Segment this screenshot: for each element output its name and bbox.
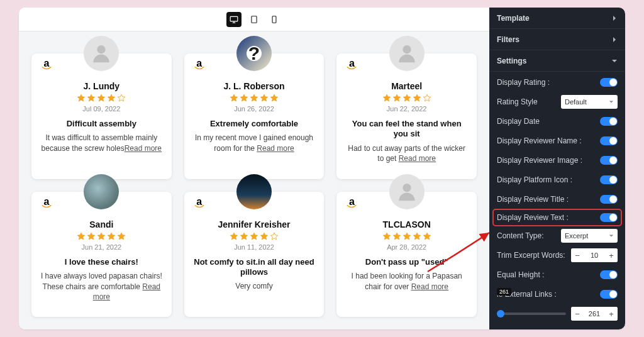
- tooltip-badge: 261: [497, 288, 511, 296]
- read-more-link[interactable]: Read more: [399, 154, 436, 163]
- toggle-display-platform-icon[interactable]: [600, 175, 618, 184]
- review-card: a J. Lundy Jul 09, 2022 Difficult assemb…: [31, 53, 172, 179]
- read-more-link[interactable]: Read more: [93, 282, 160, 302]
- review-text: Had to cut away parts of the wicker to g…: [345, 143, 468, 165]
- reviewer-avatar: [84, 36, 119, 71]
- chevron-right-icon: [611, 15, 618, 21]
- chevron-down-icon: [609, 99, 614, 104]
- review-card: a ? J. L. Roberson Jun 26, 2022 Extremel…: [184, 53, 325, 179]
- stepper-value[interactable]: [584, 248, 605, 262]
- review-text: I have always loved papasan chairs! Thes…: [40, 271, 163, 302]
- row-external-links: le External Links :: [497, 287, 618, 301]
- reviewer-avatar: [389, 36, 425, 71]
- desktop-icon: [230, 15, 238, 24]
- mobile-icon: [270, 15, 279, 24]
- reviewer-avatar: [236, 174, 272, 209]
- review-date: Jun 26, 2022: [234, 105, 274, 113]
- toggle-display-reviewer-name[interactable]: [600, 136, 618, 145]
- amazon-icon: a: [40, 198, 53, 211]
- review-title: I love these chairs!: [65, 257, 138, 267]
- review-text: It was difficult to assemble mainly beca…: [40, 133, 163, 154]
- settings-sidebar: Template Filters Settings Display Rating…: [489, 8, 625, 329]
- row-display-reviewer-name: Display Reviewer Name :: [497, 134, 618, 148]
- reviewer-name: Jennifer Kreisher: [218, 219, 290, 229]
- section-filters[interactable]: Filters: [489, 29, 625, 50]
- device-mobile-button[interactable]: [267, 12, 282, 27]
- reviewer-name: TLCLASON: [383, 219, 431, 229]
- svg-point-5: [402, 184, 411, 192]
- rating-stars: [382, 232, 431, 241]
- row-display-review-title: Display Review Title :: [497, 192, 618, 206]
- row-rating-style: Rating Style Default: [497, 95, 618, 109]
- stepper-plus[interactable]: +: [605, 248, 618, 262]
- read-more-link[interactable]: Read more: [411, 282, 448, 291]
- rating-stars: [230, 94, 279, 102]
- row-display-reviewer-image: Display Reviewer Image :: [497, 153, 618, 167]
- row-equal-height: Equal Height :: [497, 268, 618, 282]
- amazon-icon: a: [193, 60, 206, 72]
- chevron-right-icon: [611, 36, 618, 43]
- device-desktop-button[interactable]: [226, 12, 242, 27]
- device-toolbar: [19, 8, 489, 31]
- svg-rect-2: [272, 16, 276, 23]
- section-template-label: Template: [497, 14, 530, 23]
- stepper-minus[interactable]: −: [571, 307, 584, 321]
- stepper-value[interactable]: [584, 307, 605, 321]
- svg-point-3: [97, 45, 106, 53]
- row-display-rating: Display Rating :: [497, 75, 618, 89]
- reviewer-name: J. Lundy: [84, 81, 120, 91]
- device-tablet-button[interactable]: [247, 12, 262, 27]
- chevron-down-icon: [609, 233, 614, 238]
- toggle-external-links[interactable]: [600, 290, 618, 299]
- section-settings[interactable]: Settings: [489, 50, 625, 72]
- rating-stars: [230, 232, 279, 241]
- review-text: Very comfy: [235, 281, 272, 292]
- toggle-display-review-text[interactable]: [600, 213, 618, 222]
- read-more-link[interactable]: Read more: [257, 144, 294, 153]
- toggle-display-review-title[interactable]: [600, 195, 618, 204]
- stepper-slider-value[interactable]: − +: [571, 307, 618, 321]
- section-template[interactable]: Template: [489, 8, 625, 29]
- stepper-plus[interactable]: +: [605, 307, 618, 321]
- preview-area: a J. Lundy Jul 09, 2022 Difficult assemb…: [19, 8, 489, 329]
- row-content-type: Content Type: Excerpt: [497, 229, 618, 243]
- review-title: Not comfy to sit.in all day need pillows: [193, 257, 316, 278]
- toggle-display-reviewer-image[interactable]: [600, 156, 618, 165]
- svg-point-4: [402, 45, 411, 53]
- stepper-trim-excerpt[interactable]: − +: [571, 248, 618, 262]
- reviewer-name: Marteel: [391, 81, 422, 91]
- review-date: Jul 09, 2022: [82, 105, 120, 113]
- svg-rect-1: [252, 16, 257, 23]
- review-date: Jun 22, 2022: [387, 105, 427, 113]
- select-content-type[interactable]: Excerpt: [561, 229, 618, 243]
- amazon-icon: a: [345, 60, 358, 72]
- toggle-equal-height[interactable]: [600, 270, 618, 279]
- review-date: Jun 21, 2022: [82, 243, 122, 251]
- slider-width[interactable]: [497, 312, 566, 315]
- amazon-icon: a: [40, 60, 53, 72]
- review-title: Difficult assembly: [67, 119, 136, 129]
- stepper-minus[interactable]: −: [571, 248, 584, 262]
- reviewer-name: J. L. Roberson: [223, 81, 284, 91]
- rating-stars: [382, 94, 431, 102]
- read-more-link[interactable]: Read more: [125, 144, 162, 153]
- select-rating-style[interactable]: Default: [561, 95, 618, 109]
- review-card: a Marteel Jun 22, 2022 You can feel the …: [336, 53, 477, 179]
- rating-stars: [77, 94, 126, 102]
- toggle-display-rating[interactable]: [600, 78, 618, 87]
- tablet-icon: [250, 15, 258, 24]
- rating-stars: [77, 232, 126, 241]
- review-card: a Jennifer Kreisher Jun 11, 2022 Not com…: [184, 192, 325, 318]
- reviews-grid: a J. Lundy Jul 09, 2022 Difficult assemb…: [19, 31, 489, 329]
- review-title: Extremely comfortable: [210, 119, 298, 129]
- row-display-review-text: Display Review Text :: [494, 211, 620, 224]
- review-text: In my recent move I gained enough room f…: [193, 133, 316, 154]
- reviewer-avatar: [389, 174, 425, 209]
- row-trim-excerpt: Trim Excerpt Words: − +: [497, 248, 618, 262]
- review-text: I had been looking for a Papasan chair f…: [345, 271, 468, 292]
- row-display-platform-icon: Display Platform Icon :: [497, 173, 618, 187]
- toggle-display-date[interactable]: [600, 117, 618, 126]
- app-stage: a J. Lundy Jul 09, 2022 Difficult assemb…: [19, 8, 625, 329]
- reviewer-avatar: [84, 174, 119, 209]
- review-title: Don't pass up "used": [365, 257, 448, 267]
